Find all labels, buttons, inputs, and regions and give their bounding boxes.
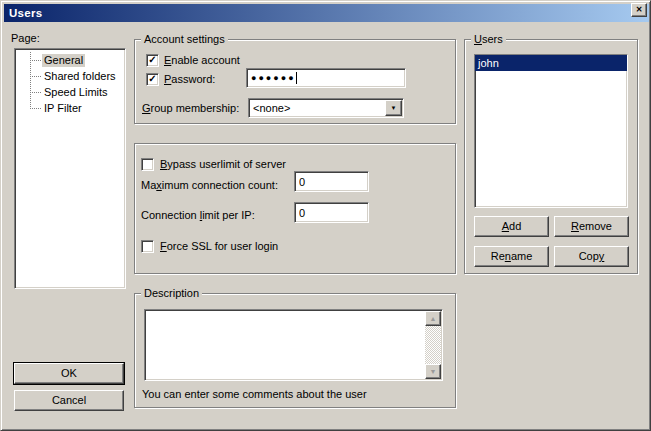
page-item-speed-limits[interactable]: Speed Limits <box>15 84 125 100</box>
connection-limit-ip-input[interactable] <box>297 204 366 221</box>
add-user-button[interactable]: Add <box>474 216 549 237</box>
text-caret <box>296 72 297 84</box>
force-ssl-label[interactable]: Force SSL for user login <box>160 240 278 253</box>
password-label[interactable]: Password: <box>164 73 215 86</box>
bypass-userlimit-checkbox[interactable] <box>141 158 154 171</box>
connection-limit-ip-label: Connection limit per IP: <box>141 209 255 222</box>
page-tree[interactable]: General Shared folders Speed Limits IP F… <box>14 48 126 289</box>
group-membership-select[interactable]: <none> ▼ <box>248 98 404 118</box>
copy-user-button[interactable]: Copy <box>554 246 629 267</box>
page-item-shared-folders[interactable]: Shared folders <box>15 68 125 84</box>
group-membership-value: <none> <box>253 102 290 114</box>
arrow-up-icon: ▲ <box>430 315 437 322</box>
page-item-label: IP Filter <box>42 102 84 115</box>
password-field[interactable]: ●●●●●● <box>246 68 406 88</box>
max-connection-label: Maximum connection count: <box>141 179 278 192</box>
enable-account-label[interactable]: Enable account <box>164 54 240 67</box>
enable-account-checkbox[interactable] <box>146 54 159 67</box>
users-dialog: Users ✕ Page: General Shared folders Spe… <box>0 0 651 431</box>
rename-user-button[interactable]: Rename <box>474 246 549 267</box>
user-name: john <box>478 57 499 70</box>
close-icon: ✕ <box>636 6 643 14</box>
max-connection-field-wrap <box>294 171 369 192</box>
ok-button[interactable]: OK <box>14 363 124 384</box>
connection-limit-ip-field-wrap <box>294 202 369 223</box>
description-title: Description <box>141 287 202 300</box>
page-list-label: Page: <box>11 32 40 45</box>
account-settings-title: Account settings <box>141 33 228 46</box>
scroll-up-button[interactable]: ▲ <box>425 311 441 326</box>
page-item-label: Speed Limits <box>42 86 110 99</box>
close-button[interactable]: ✕ <box>631 3 647 17</box>
chevron-down-icon: ▼ <box>391 105 397 111</box>
page-item-label: General <box>42 54 85 67</box>
dropdown-button[interactable]: ▼ <box>385 100 402 116</box>
window-title: Users <box>9 7 42 19</box>
users-listbox[interactable]: john <box>474 54 628 208</box>
max-connection-input[interactable] <box>297 173 366 190</box>
cancel-button[interactable]: Cancel <box>14 390 124 411</box>
bypass-userlimit-label[interactable]: Bypass userlimit of server <box>160 158 286 171</box>
password-checkbox[interactable] <box>146 73 159 86</box>
description-scrollbar[interactable]: ▲ ▼ <box>425 311 441 379</box>
page-item-general[interactable]: General <box>15 52 125 68</box>
force-ssl-checkbox[interactable] <box>141 240 154 253</box>
users-group-title: Users <box>471 33 506 46</box>
password-masked-value: ●●●●●● <box>251 74 296 83</box>
page-item-label: Shared folders <box>42 70 118 83</box>
page-item-ip-filter[interactable]: IP Filter <box>15 100 125 116</box>
remove-user-button[interactable]: Remove <box>554 216 629 237</box>
description-hint: You can enter some comments about the us… <box>142 388 367 401</box>
group-membership-label: Group membership: <box>142 102 239 115</box>
description-input[interactable]: ▲ ▼ <box>144 309 443 381</box>
titlebar[interactable]: Users <box>4 4 649 22</box>
scroll-down-button[interactable]: ▼ <box>425 364 441 379</box>
arrow-down-icon: ▼ <box>430 368 437 375</box>
user-list-item[interactable]: john <box>475 55 627 71</box>
